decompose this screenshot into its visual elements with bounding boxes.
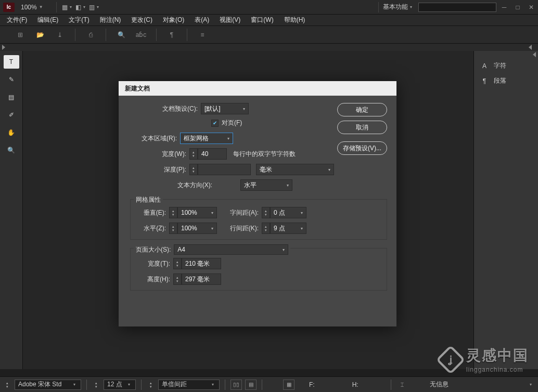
layout-tool-icon[interactable]: ▥▾ bbox=[89, 2, 100, 13]
textarea-combo[interactable]: 框架网格▾ bbox=[180, 133, 233, 144]
search-icon[interactable]: 🔍 bbox=[117, 30, 126, 40]
width-stepper[interactable]: ▴▾ bbox=[189, 148, 198, 160]
leading-combo[interactable]: 单倍间距▾ bbox=[158, 380, 220, 390]
print-icon[interactable]: ⎙ bbox=[86, 30, 95, 40]
hand-tool-icon[interactable]: ✋ bbox=[4, 126, 19, 139]
page-tool-icon[interactable]: ▤ bbox=[4, 90, 19, 104]
control-bar: ▴▾ Adobe 宋体 Std▾ ▴▾ 12 点▾ ▴▾ 单倍间距▾ ▯▯ ▤ … bbox=[0, 376, 538, 392]
menu-object[interactable]: 对象(O) bbox=[161, 15, 186, 25]
search-input[interactable] bbox=[418, 3, 496, 12]
chevron-down-icon: ▾ bbox=[73, 382, 75, 387]
facing-pages-checkbox[interactable]: ✔ bbox=[211, 120, 219, 127]
watermark-text: 灵感中国 bbox=[466, 346, 529, 365]
app-badge: Ic bbox=[3, 3, 15, 12]
grid-tool-icon[interactable]: ▦▾ bbox=[62, 2, 73, 13]
font-stepper[interactable]: ▴▾ bbox=[3, 380, 11, 390]
chevron-down-icon[interactable]: ▾ bbox=[530, 382, 532, 387]
fontsize-stepper[interactable]: ▴▾ bbox=[92, 380, 100, 390]
horizontal-stepper[interactable]: ▴▾ bbox=[169, 223, 177, 234]
page-width-label: 宽度(T): bbox=[137, 259, 170, 268]
preset-combo[interactable]: [默认]▾ bbox=[201, 103, 249, 114]
options-toolbar: ⊞ 📂 ⤓ ⎙ 🔍 aɓc ¶ ≡ bbox=[0, 26, 538, 44]
preset-label: 文档预设(C): bbox=[130, 104, 198, 113]
page-height-input[interactable]: 297 毫米 bbox=[182, 273, 221, 285]
charspace-stepper[interactable]: ▴▾ bbox=[262, 207, 270, 218]
page-width-stepper[interactable]: ▴▾ bbox=[173, 258, 182, 269]
vertical-stepper[interactable]: ▴▾ bbox=[169, 207, 177, 218]
layout-icon-2[interactable]: ▤ bbox=[245, 380, 257, 390]
spellcheck-icon[interactable]: aɓc bbox=[136, 30, 146, 40]
pilcrow-icon[interactable]: ¶ bbox=[167, 30, 176, 40]
chevron-down-icon: ▼ bbox=[39, 5, 43, 9]
expand-left-icon[interactable] bbox=[529, 45, 532, 50]
page-width-input[interactable]: 210 毫米 bbox=[182, 258, 221, 269]
page-size-combo[interactable]: A4▾ bbox=[174, 244, 288, 255]
close-icon[interactable]: ✕ bbox=[528, 4, 535, 11]
font-family-combo[interactable]: Adobe 宋体 Std▾ bbox=[15, 380, 81, 390]
workspace-switcher[interactable]: 基本功能▾ bbox=[383, 3, 414, 11]
menu-edit[interactable]: 编辑(E) bbox=[36, 15, 60, 25]
eyedropper-icon[interactable]: ✐ bbox=[4, 108, 19, 122]
menu-table[interactable]: 表(A) bbox=[193, 15, 211, 25]
direction-value: 水平 bbox=[244, 181, 257, 190]
fill-tool-icon[interactable]: ◧▾ bbox=[75, 2, 87, 13]
page-height-stepper[interactable]: ▴▾ bbox=[173, 273, 182, 285]
new-icon[interactable]: ⊞ bbox=[16, 30, 25, 40]
collapse-icon[interactable] bbox=[533, 52, 536, 57]
leading-stepper[interactable]: ▴▾ bbox=[147, 380, 155, 390]
ok-button[interactable]: 确定 bbox=[337, 103, 387, 116]
dialog-title: 新建文档 bbox=[119, 81, 396, 96]
save-preset-button[interactable]: 存储预设(V)... bbox=[337, 141, 387, 155]
panel-paragraph[interactable]: ¶段落 bbox=[474, 73, 538, 88]
vertical-label: 垂直(E): bbox=[137, 208, 166, 217]
character-icon: A bbox=[480, 62, 489, 70]
facing-label: 对页(F) bbox=[222, 119, 242, 127]
menu-window[interactable]: 窗口(W) bbox=[249, 15, 275, 25]
chevron-down-icon: ▾ bbox=[227, 136, 229, 141]
linespace-combo[interactable]: 9 点▾ bbox=[270, 223, 306, 234]
maximize-icon[interactable]: □ bbox=[514, 4, 521, 11]
menu-bar: 文件(F) 编辑(E) 文字(T) 附注(N) 更改(C) 对象(O) 表(A)… bbox=[0, 15, 538, 26]
expand-right-icon[interactable] bbox=[2, 45, 5, 50]
menu-changes[interactable]: 更改(C) bbox=[130, 15, 154, 25]
horizontal-combo[interactable]: 100%▾ bbox=[177, 223, 217, 234]
font-size-combo[interactable]: 12 点▾ bbox=[104, 380, 136, 390]
font-size-value: 12 点 bbox=[107, 380, 122, 389]
preset-value: [默认] bbox=[204, 104, 221, 113]
minimize-icon[interactable]: ─ bbox=[501, 4, 508, 11]
zoom-level[interactable]: 100%▼ bbox=[21, 3, 49, 12]
new-document-dialog: 新建文档 确定 取消 存储预设(V)... 文档预设(C): [默认]▾ ✔ 对… bbox=[119, 81, 396, 326]
note-tool-icon[interactable]: ✎ bbox=[4, 73, 19, 86]
direction-combo[interactable]: 水平▾ bbox=[240, 179, 292, 191]
menu-help[interactable]: 帮助(H) bbox=[283, 15, 307, 25]
chevron-down-icon: ▾ bbox=[243, 107, 245, 111]
chevron-down-icon: ▾ bbox=[287, 183, 289, 188]
open-icon[interactable]: 📂 bbox=[35, 30, 45, 40]
cancel-button[interactable]: 取消 bbox=[337, 121, 387, 134]
menu-file[interactable]: 文件(F) bbox=[5, 15, 29, 25]
panel-character[interactable]: A字符 bbox=[474, 58, 538, 73]
type-tool-icon[interactable]: T bbox=[4, 55, 19, 69]
swatch-icon[interactable]: ▦ bbox=[283, 380, 294, 390]
save-icon[interactable]: ⤓ bbox=[55, 30, 65, 40]
direction-label: 文本方向(X): bbox=[139, 181, 212, 190]
menu-view[interactable]: 视图(V) bbox=[218, 15, 242, 25]
menu-notes[interactable]: 附注(N) bbox=[98, 15, 123, 25]
info-icon[interactable]: ⌶ bbox=[396, 380, 408, 390]
zoom-tool-icon[interactable]: 🔍 bbox=[4, 143, 19, 157]
font-family-value: Adobe 宋体 Std bbox=[18, 380, 61, 389]
charspace-combo[interactable]: 0 点▾ bbox=[270, 207, 306, 218]
depth-input[interactable] bbox=[198, 164, 251, 175]
linespace-stepper[interactable]: ▴▾ bbox=[262, 223, 270, 234]
vertical-combo[interactable]: 100%▾ bbox=[177, 207, 217, 218]
page-size-section: 页面大小(S): A4▾ 宽度(T): ▴▾ 210 毫米 高度(H): ▴▾ … bbox=[130, 248, 387, 291]
leading-value: 单倍间距 bbox=[162, 380, 187, 389]
depth-unit-combo[interactable]: 毫米▾ bbox=[256, 164, 334, 175]
depth-stepper[interactable]: ▴▾ bbox=[189, 164, 198, 175]
menu-icon[interactable]: ≡ bbox=[198, 30, 207, 40]
width-input[interactable]: 40 bbox=[198, 148, 227, 160]
layout-icon-1[interactable]: ▯▯ bbox=[230, 380, 242, 390]
chevron-down-icon: ▾ bbox=[328, 167, 330, 172]
menu-text[interactable]: 文字(T) bbox=[67, 15, 91, 25]
page-size-value: A4 bbox=[177, 246, 185, 253]
